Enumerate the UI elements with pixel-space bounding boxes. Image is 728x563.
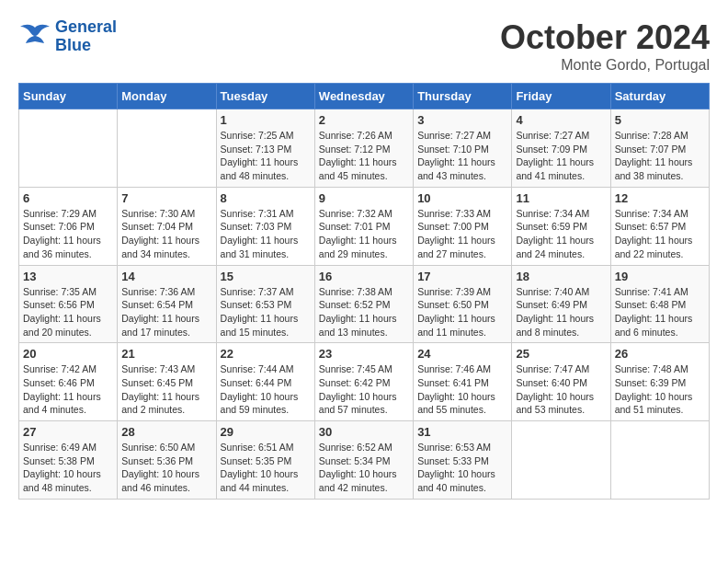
calendar-day-cell — [118, 109, 216, 188]
calendar-day-cell: 20Sunrise: 7:42 AM Sunset: 6:46 PM Dayli… — [19, 343, 118, 421]
day-number: 14 — [121, 270, 211, 283]
day-info: Sunrise: 7:35 AM Sunset: 6:56 PM Dayligh… — [23, 285, 113, 339]
day-info: Sunrise: 6:53 AM Sunset: 5:33 PM Dayligh… — [417, 441, 507, 495]
day-info: Sunrise: 7:44 AM Sunset: 6:44 PM Dayligh… — [221, 362, 311, 417]
logo: General Blue — [18, 18, 117, 55]
calendar-day-cell: 28Sunrise: 6:50 AM Sunset: 5:36 PM Dayli… — [118, 421, 216, 500]
day-number: 15 — [221, 270, 311, 283]
calendar-day-cell: 12Sunrise: 7:34 AM Sunset: 6:57 PM Dayli… — [610, 187, 709, 265]
day-info: Sunrise: 7:29 AM Sunset: 7:06 PM Dayligh… — [23, 207, 113, 261]
calendar-table: SundayMondayTuesdayWednesdayThursdayFrid… — [18, 83, 710, 500]
calendar-day-cell: 3Sunrise: 7:27 AM Sunset: 7:10 PM Daylig… — [414, 109, 512, 188]
calendar-day-cell: 24Sunrise: 7:46 AM Sunset: 6:41 PM Dayli… — [414, 343, 512, 421]
calendar-day-cell: 1Sunrise: 7:25 AM Sunset: 7:13 PM Daylig… — [216, 109, 314, 188]
day-info: Sunrise: 7:45 AM Sunset: 6:42 PM Dayligh… — [319, 362, 409, 417]
day-number: 27 — [23, 425, 113, 439]
calendar-day-cell: 17Sunrise: 7:39 AM Sunset: 6:50 PM Dayli… — [414, 265, 512, 343]
logo-text: General Blue — [55, 18, 117, 55]
day-info: Sunrise: 7:36 AM Sunset: 6:54 PM Dayligh… — [121, 285, 211, 339]
day-info: Sunrise: 7:34 AM Sunset: 6:57 PM Dayligh… — [615, 207, 705, 261]
calendar-day-cell: 23Sunrise: 7:45 AM Sunset: 6:42 PM Dayli… — [314, 343, 413, 421]
day-number: 13 — [23, 270, 113, 283]
calendar-day-cell: 27Sunrise: 6:49 AM Sunset: 5:38 PM Dayli… — [19, 421, 118, 500]
day-info: Sunrise: 6:52 AM Sunset: 5:34 PM Dayligh… — [319, 441, 409, 495]
day-info: Sunrise: 7:37 AM Sunset: 6:53 PM Dayligh… — [221, 285, 311, 339]
title-block: October 2024 Monte Gordo, Portugal — [500, 18, 710, 74]
calendar-day-cell — [512, 421, 610, 500]
calendar-day-cell: 21Sunrise: 7:43 AM Sunset: 6:45 PM Dayli… — [118, 343, 216, 421]
calendar-day-cell: 18Sunrise: 7:40 AM Sunset: 6:49 PM Dayli… — [512, 265, 610, 343]
calendar-day-cell: 16Sunrise: 7:38 AM Sunset: 6:52 PM Dayli… — [314, 265, 413, 343]
calendar-day-cell: 30Sunrise: 6:52 AM Sunset: 5:34 PM Dayli… — [314, 421, 413, 500]
day-info: Sunrise: 7:41 AM Sunset: 6:48 PM Dayligh… — [615, 285, 705, 339]
calendar-week-row: 1Sunrise: 7:25 AM Sunset: 7:13 PM Daylig… — [19, 109, 710, 188]
day-info: Sunrise: 7:28 AM Sunset: 7:07 PM Dayligh… — [615, 129, 705, 183]
calendar-day-cell: 4Sunrise: 7:27 AM Sunset: 7:09 PM Daylig… — [512, 109, 610, 188]
calendar-day-cell: 14Sunrise: 7:36 AM Sunset: 6:54 PM Dayli… — [118, 265, 216, 343]
day-info: Sunrise: 7:47 AM Sunset: 6:40 PM Dayligh… — [516, 362, 606, 417]
calendar-day-cell: 5Sunrise: 7:28 AM Sunset: 7:07 PM Daylig… — [610, 109, 709, 188]
day-info: Sunrise: 6:50 AM Sunset: 5:36 PM Dayligh… — [121, 441, 211, 495]
calendar-day-cell: 15Sunrise: 7:37 AM Sunset: 6:53 PM Dayli… — [216, 265, 314, 343]
day-number: 9 — [319, 191, 409, 205]
location-subtitle: Monte Gordo, Portugal — [500, 57, 710, 74]
day-number: 17 — [417, 270, 507, 283]
day-number: 8 — [221, 191, 311, 205]
day-number: 26 — [615, 347, 705, 361]
logo-icon — [18, 23, 51, 51]
calendar-day-cell — [19, 109, 118, 188]
day-info: Sunrise: 7:31 AM Sunset: 7:03 PM Dayligh… — [221, 207, 311, 261]
day-number: 21 — [121, 347, 211, 361]
calendar-day-cell: 25Sunrise: 7:47 AM Sunset: 6:40 PM Dayli… — [512, 343, 610, 421]
calendar-day-cell — [610, 421, 709, 500]
day-number: 19 — [615, 270, 705, 283]
day-info: Sunrise: 7:42 AM Sunset: 6:46 PM Dayligh… — [23, 362, 113, 417]
day-number: 4 — [516, 113, 606, 127]
day-info: Sunrise: 7:48 AM Sunset: 6:39 PM Dayligh… — [615, 362, 705, 417]
month-title: October 2024 — [500, 18, 710, 57]
day-number: 3 — [417, 113, 507, 127]
calendar-week-row: 13Sunrise: 7:35 AM Sunset: 6:56 PM Dayli… — [19, 265, 710, 343]
day-number: 11 — [516, 191, 606, 205]
calendar-day-cell: 9Sunrise: 7:32 AM Sunset: 7:01 PM Daylig… — [314, 187, 413, 265]
weekday-header: Sunday — [19, 84, 118, 109]
day-info: Sunrise: 7:25 AM Sunset: 7:13 PM Dayligh… — [221, 129, 311, 183]
day-info: Sunrise: 7:33 AM Sunset: 7:00 PM Dayligh… — [417, 207, 507, 261]
weekday-header: Wednesday — [314, 84, 413, 109]
calendar-day-cell: 29Sunrise: 6:51 AM Sunset: 5:35 PM Dayli… — [216, 421, 314, 500]
calendar-week-row: 6Sunrise: 7:29 AM Sunset: 7:06 PM Daylig… — [19, 187, 710, 265]
weekday-header: Friday — [512, 84, 610, 109]
day-info: Sunrise: 6:49 AM Sunset: 5:38 PM Dayligh… — [23, 441, 113, 495]
day-info: Sunrise: 7:46 AM Sunset: 6:41 PM Dayligh… — [417, 362, 507, 417]
day-number: 7 — [121, 191, 211, 205]
calendar-day-cell: 22Sunrise: 7:44 AM Sunset: 6:44 PM Dayli… — [216, 343, 314, 421]
day-number: 29 — [221, 425, 311, 439]
day-number: 12 — [615, 191, 705, 205]
weekday-header: Thursday — [414, 84, 512, 109]
page-header: General Blue October 2024 Monte Gordo, P… — [18, 18, 710, 74]
day-info: Sunrise: 7:32 AM Sunset: 7:01 PM Dayligh… — [319, 207, 409, 261]
day-info: Sunrise: 7:39 AM Sunset: 6:50 PM Dayligh… — [417, 285, 507, 339]
day-number: 28 — [121, 425, 211, 439]
calendar-day-cell: 2Sunrise: 7:26 AM Sunset: 7:12 PM Daylig… — [314, 109, 413, 188]
calendar-day-cell: 31Sunrise: 6:53 AM Sunset: 5:33 PM Dayli… — [414, 421, 512, 500]
day-number: 16 — [319, 270, 409, 283]
day-number: 2 — [319, 113, 409, 127]
day-info: Sunrise: 7:34 AM Sunset: 6:59 PM Dayligh… — [516, 207, 606, 261]
calendar-day-cell: 19Sunrise: 7:41 AM Sunset: 6:48 PM Dayli… — [610, 265, 709, 343]
day-info: Sunrise: 7:26 AM Sunset: 7:12 PM Dayligh… — [319, 129, 409, 183]
day-number: 25 — [516, 347, 606, 361]
day-info: Sunrise: 6:51 AM Sunset: 5:35 PM Dayligh… — [221, 441, 311, 495]
calendar-week-row: 27Sunrise: 6:49 AM Sunset: 5:38 PM Dayli… — [19, 421, 710, 500]
day-info: Sunrise: 7:27 AM Sunset: 7:09 PM Dayligh… — [516, 129, 606, 183]
calendar-day-cell: 13Sunrise: 7:35 AM Sunset: 6:56 PM Dayli… — [19, 265, 118, 343]
day-info: Sunrise: 7:30 AM Sunset: 7:04 PM Dayligh… — [121, 207, 211, 261]
day-number: 20 — [23, 347, 113, 361]
weekday-header: Tuesday — [216, 84, 314, 109]
day-number: 1 — [221, 113, 311, 127]
day-number: 10 — [417, 191, 507, 205]
day-info: Sunrise: 7:40 AM Sunset: 6:49 PM Dayligh… — [516, 285, 606, 339]
calendar-day-cell: 10Sunrise: 7:33 AM Sunset: 7:00 PM Dayli… — [414, 187, 512, 265]
calendar-day-cell: 7Sunrise: 7:30 AM Sunset: 7:04 PM Daylig… — [118, 187, 216, 265]
day-number: 30 — [319, 425, 409, 439]
